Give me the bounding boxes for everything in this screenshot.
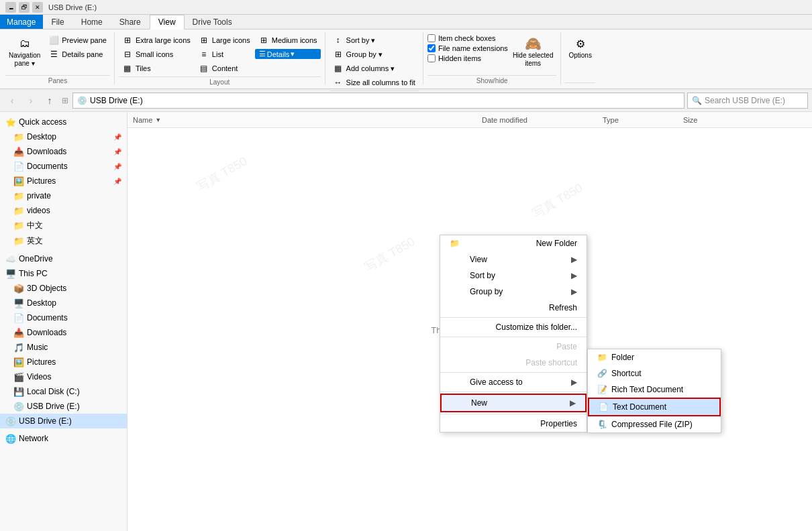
preview-icon: ⬜ [48,35,59,46]
details-icon: ☰ [48,49,59,60]
tab-home[interactable]: Home [73,15,111,29]
sort-by-label: Sort by [470,271,566,280]
submenu-item-zip[interactable]: 🗜️ Compressed File (ZIP) [588,416,721,432]
customize-label: Customize this folder... [496,322,577,332]
sidebar-item-downloads2[interactable]: 📥 Downloads [0,325,127,340]
options-button[interactable]: ⚙ Options [565,34,595,61]
sort-by-button[interactable]: ↕ Sort by ▾ [329,34,379,47]
col-header-size[interactable]: Size [683,116,807,124]
forward-button[interactable]: › [23,93,39,109]
file-name-ext-label: File name extensions [438,44,508,52]
item-checkboxes-checkbox[interactable] [427,34,436,42]
sidebar-item-usb-drive[interactable]: 💿 USB Drive (E:) [0,399,127,414]
context-menu-item-group-by[interactable]: Group by ▶ [440,284,587,300]
tab-share[interactable]: Share [111,15,150,29]
context-menu-item-new-folder[interactable]: 📁 New Folder [440,235,587,251]
size-all-columns-button[interactable]: ↔ Size all columns to fit [329,76,419,89]
hide-selected-button[interactable]: 🙈 Hide selecteditems [509,34,557,70]
list-button[interactable]: ≡ List [195,48,254,61]
sidebar-item-pictures[interactable]: 🖼️ Pictures 📌 [0,174,127,188]
navigation-pane-button[interactable]: 🗂 Navigationpane ▾ [5,34,44,70]
sidebar-item-downloads[interactable]: 📥 Downloads 📌 [0,144,127,159]
small-icons-button[interactable]: ⊟ Small icons [119,48,194,61]
sidebar-item-videos[interactable]: 📁 videos [0,203,127,218]
up-button[interactable]: ↑ [42,93,58,109]
submenu-item-rtf[interactable]: 📝 Rich Text Document [588,381,721,398]
sidebar-item-chinese[interactable]: 📁 中文 [0,218,127,233]
sidebar-item-desktop[interactable]: 📁 Desktop 📌 [0,129,127,144]
context-menu-item-paste[interactable]: Paste [440,339,587,355]
sidebar-item-english[interactable]: 📁 英文 [0,233,127,249]
title-bar: 🗕 🗗 ✕ USB Drive (E:) [0,0,812,15]
address-bar[interactable]: 💿 USB Drive (E:) [72,93,684,109]
context-menu-item-sort-by[interactable]: Sort by ▶ [440,268,587,284]
details-label: Details [267,50,290,58]
sidebar-item-documents[interactable]: 📄 Documents 📌 [0,159,127,174]
large-icons-button[interactable]: ⊞ Large icons [195,34,254,47]
close-icon[interactable]: ✕ [32,2,43,13]
hidden-items-checkbox[interactable] [427,54,436,62]
context-sep-4 [440,392,587,392]
tab-manage[interactable]: Manage [0,15,43,29]
extra-large-icons-button[interactable]: ⊞ Extra large icons [119,34,194,47]
medium-icons-button[interactable]: ⊞ Medium icons [255,34,321,47]
submenu-item-text-doc[interactable]: 📄 Text Document [588,398,721,416]
quick-access-label: Quick access [19,117,121,127]
minimize-icon[interactable]: 🗕 [5,2,16,13]
pictures2-icon: 🖼️ [13,357,24,367]
tab-file[interactable]: File [43,15,72,29]
tab-drive-tools[interactable]: Drive Tools [185,15,241,29]
submenu-item-shortcut[interactable]: 🔗 Shortcut [588,365,721,381]
tab-view[interactable]: View [150,15,185,30]
extra-large-icon: ⊞ [122,35,133,46]
sidebar-item-videos2[interactable]: 🎬 Videos [0,369,127,384]
group-by-button[interactable]: ⊞ Group by ▾ [329,48,386,61]
file-name-ext-checkbox[interactable] [427,44,436,52]
sidebar-item-onedrive[interactable]: ☁️ OneDrive [0,251,127,266]
restore-icon[interactable]: 🗗 [19,2,30,13]
tiles-button[interactable]: ▦ Tiles [119,62,194,75]
local-disk-icon: 💾 [13,386,24,397]
chinese-label: 中文 [27,220,121,231]
new-folder-label: New Folder [536,239,577,248]
sidebar-item-music[interactable]: 🎵 Music [0,340,127,355]
downloads-label: Downloads [27,147,111,156]
context-menu-item-paste-shortcut[interactable]: Paste shortcut [440,355,587,371]
sidebar-item-pictures2[interactable]: 🖼️ Pictures [0,355,127,369]
title-bar-controls[interactable]: 🗕 🗗 ✕ [5,2,43,13]
back-button[interactable]: ‹ [4,93,20,109]
sidebar-item-desktop2[interactable]: 🖥️ Desktop [0,296,127,310]
col-header-type[interactable]: Type [603,116,683,124]
search-bar[interactable]: 🔍 Search USB Drive (E:) [687,93,808,109]
col-header-date[interactable]: Date modified [482,116,603,124]
quick-access-icon: ⭐ [5,117,16,127]
sidebar-item-network[interactable]: 🌐 Network [0,431,127,446]
layout-label: Layout [119,76,321,86]
context-menu-item-properties[interactable]: Properties [440,416,587,432]
sidebar-item-private[interactable]: 📁 private [0,188,127,203]
sidebar-item-this-pc[interactable]: 🖥️ This PC [0,266,127,281]
preview-pane-button[interactable]: ⬜ Preview pane [45,34,110,47]
details-button[interactable]: ☰ Details ▾ [255,49,321,59]
context-menu-item-refresh[interactable]: Refresh [440,300,587,316]
item-checkboxes-toggle[interactable]: Item check boxes [427,34,508,43]
sidebar-item-quick-access[interactable]: ⭐ Quick access [0,115,127,129]
hidden-items-toggle[interactable]: Hidden items [427,54,508,63]
sidebar-item-3d-objects[interactable]: 📦 3D Objects [0,281,127,296]
context-menu-item-customize[interactable]: Customize this folder... [440,319,587,335]
submenu-item-folder[interactable]: 📁 Folder [588,349,721,365]
sort-arrow: ▼ [155,117,161,123]
sidebar-item-usb-selected[interactable]: 💿 USB Drive (E:) [0,414,127,428]
sidebar-item-local-disk[interactable]: 💾 Local Disk (C:) [0,384,127,399]
col-header-name[interactable]: Name ▼ [133,116,482,124]
sidebar-item-documents2[interactable]: 📄 Documents [0,310,127,325]
details-pane-button[interactable]: ☰ Details pane [45,48,110,61]
context-menu-item-new[interactable]: New ▶ [440,394,587,412]
context-menu-item-give-access[interactable]: Give access to ▶ [440,374,587,390]
submenu-new: 📁 Folder 🔗 Shortcut 📝 Rich Text Document… [587,349,721,433]
content-label: Content [212,64,238,72]
add-columns-button[interactable]: ▦ Add columns ▾ [329,62,399,75]
context-menu-item-view[interactable]: View ▶ [440,251,587,268]
content-button[interactable]: ▤ Content [195,62,254,75]
file-name-ext-toggle[interactable]: File name extensions [427,44,508,53]
